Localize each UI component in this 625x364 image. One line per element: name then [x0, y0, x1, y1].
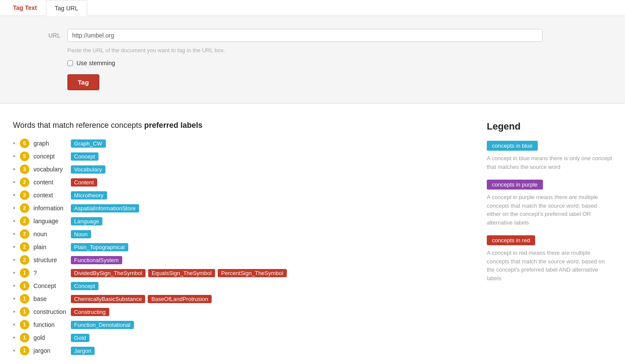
results-title-bold: preferred labels — [144, 121, 203, 130]
list-item: •2informationAspatialInformationStore — [13, 203, 465, 213]
concept-tag[interactable]: Content — [71, 178, 98, 187]
bullet-icon: • — [13, 230, 16, 238]
legend-badge: concepts in purple — [487, 180, 543, 190]
list-item: •1baseChemicallyBasicSubstanceBaseOfLand… — [13, 294, 465, 304]
bullet-icon: • — [13, 269, 16, 277]
concept-tag[interactable]: FunctionalSystem — [71, 256, 122, 264]
legend-description: A concept in purple means there are mult… — [487, 193, 612, 227]
url-input[interactable] — [67, 29, 543, 42]
word-text: vocabulary — [34, 166, 68, 173]
list-item: •1constructionConstructing — [13, 307, 465, 317]
form-section: URL Paste the URL of the document you wa… — [0, 16, 625, 104]
concept-tag[interactable]: AspatialInformationStore — [71, 204, 139, 212]
count-badge: 1 — [20, 294, 29, 304]
count-badge: 1 — [20, 268, 29, 278]
list-item: •1goldGold — [13, 333, 465, 342]
legend-badge: concepts in blue — [487, 141, 538, 151]
bullet-icon: • — [13, 347, 16, 355]
bullet-icon: • — [13, 152, 16, 160]
legend-item: concepts in redA concept in red means th… — [487, 235, 612, 282]
word-text: base — [34, 295, 68, 302]
list-item: •2structureFunctionalSystem — [13, 255, 465, 265]
stemming-checkbox[interactable] — [67, 60, 73, 66]
bullet-icon: • — [13, 295, 16, 303]
concept-tag[interactable]: EqualsSign_TheSymbol — [148, 269, 215, 277]
bullet-icon: • — [13, 243, 16, 251]
word-text: noun — [34, 231, 68, 237]
list-item: •3vocabularyVocabulary — [13, 165, 465, 174]
count-badge: 3 — [20, 165, 29, 174]
concept-tag[interactable]: Noun — [71, 230, 91, 238]
concept-tag[interactable]: DividedBySign_TheSymbol — [71, 269, 146, 277]
count-badge: 2 — [20, 203, 29, 213]
bullet-icon: • — [13, 308, 16, 316]
list-item: •2languageLanguage — [13, 216, 465, 226]
bullet-icon: • — [13, 191, 16, 199]
stemming-label: Use stemming — [76, 60, 115, 66]
legend-item: concepts in blueA concept in blue means … — [487, 141, 612, 171]
concept-tag[interactable]: Graph_CW — [71, 139, 106, 148]
bullet-icon: • — [13, 217, 16, 225]
concept-tag[interactable]: Gold — [71, 334, 89, 342]
results-title: Words that match reference concepts pref… — [13, 121, 465, 130]
count-badge: 1 — [20, 346, 29, 355]
url-row: URL — [17, 29, 608, 42]
count-badge: 2 — [20, 190, 29, 200]
legend-description: A concept in blue means there is only on… — [487, 154, 612, 171]
tab-tag-url[interactable]: Tag URL — [46, 0, 87, 16]
concept-tag[interactable]: Plain_Topographical — [71, 243, 128, 251]
word-text: context — [34, 192, 68, 199]
concept-tag[interactable]: Function_Denotational — [71, 321, 134, 329]
count-badge: 1 — [20, 307, 29, 317]
concept-tag[interactable]: Concept — [71, 282, 98, 290]
word-text: language — [34, 218, 68, 225]
word-text: jargon — [34, 347, 68, 354]
count-badge: 2 — [20, 177, 29, 187]
list-item: •2contentContent — [13, 177, 465, 187]
bullet-icon: • — [13, 204, 16, 212]
concept-tag[interactable]: Microtheory — [71, 191, 107, 199]
list-item: •1functionFunction_Denotational — [13, 320, 465, 329]
legend-title: Legend — [487, 121, 612, 132]
url-label: URL — [17, 32, 60, 39]
main-area: Words that match reference concepts pref… — [0, 104, 625, 364]
concept-tag[interactable]: Jargon — [71, 347, 95, 355]
word-text: structure — [34, 256, 68, 263]
word-text: information — [34, 205, 68, 212]
count-badge: 1 — [20, 281, 29, 291]
list-item: •1?DividedBySign_TheSymbolEqualsSign_The… — [13, 268, 465, 278]
tag-button[interactable]: Tag — [67, 74, 99, 90]
concept-tag[interactable]: PercentSign_TheSymbol — [218, 269, 287, 277]
tabs-container: Tag Text Tag URL — [0, 0, 625, 16]
word-text: plain — [34, 244, 68, 250]
concept-tag[interactable]: Vocabulary — [71, 165, 105, 174]
bullet-icon: • — [13, 139, 16, 147]
word-text: function — [34, 321, 68, 328]
list-item: •1jargonJargon — [13, 346, 465, 355]
tab-tag-text[interactable]: Tag Text — [4, 0, 46, 16]
bullet-icon: • — [13, 321, 16, 329]
concept-tag[interactable]: ChemicallyBasicSubstance — [71, 295, 146, 303]
url-hint: Paste the URL of the document you want t… — [67, 47, 608, 54]
word-text: Concept — [34, 282, 68, 289]
bullet-icon: • — [13, 178, 16, 186]
list-item: •5conceptConcept — [13, 152, 465, 161]
word-text: graph — [34, 140, 68, 147]
count-badge: 2 — [20, 229, 29, 239]
word-text: content — [34, 179, 68, 186]
word-list: •6graphGraph_CW•5conceptConcept•3vocabul… — [13, 139, 465, 355]
count-badge: 1 — [20, 320, 29, 329]
list-item: •6graphGraph_CW — [13, 139, 465, 148]
concept-tag[interactable]: BaseOfLandProtrusion — [148, 295, 212, 303]
count-badge: 6 — [20, 139, 29, 148]
count-badge: 5 — [20, 152, 29, 161]
bullet-icon: • — [13, 165, 16, 173]
legend-badge: concepts in red — [487, 235, 535, 245]
concept-tag[interactable]: Constructing — [71, 308, 109, 316]
word-text: construction — [34, 308, 68, 315]
legend-panel: Legend concepts in blueA concept in blue… — [478, 112, 625, 364]
concept-tag[interactable]: Concept — [71, 152, 98, 161]
stemming-row: Use stemming — [67, 60, 608, 66]
bullet-icon: • — [13, 334, 16, 342]
concept-tag[interactable]: Language — [71, 217, 103, 225]
